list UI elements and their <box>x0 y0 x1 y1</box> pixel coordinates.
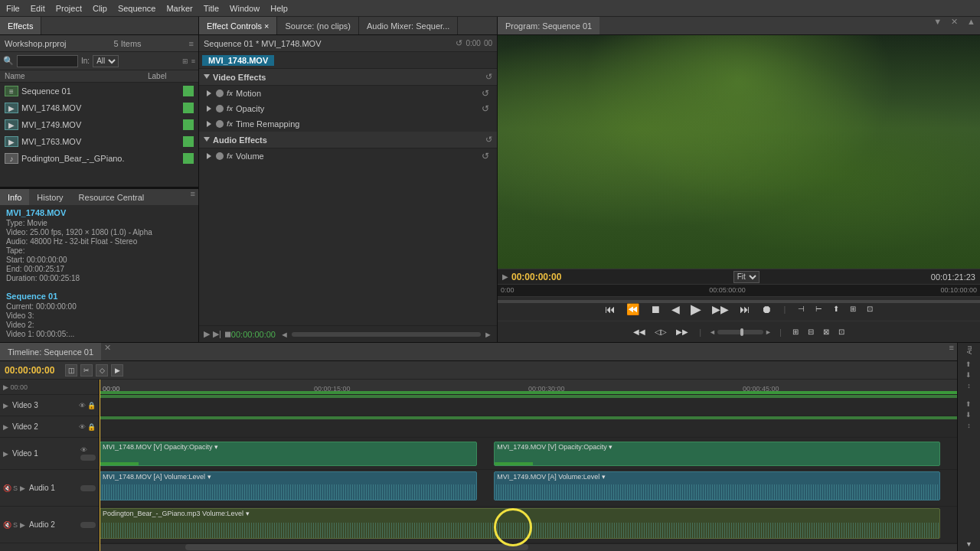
v1-clip1[interactable]: MVI_1748.MOV [V] Opacity:Opacity ▾ <box>100 442 477 466</box>
ctrl-export[interactable]: ⬆ <box>830 303 842 315</box>
volume-triangle[interactable] <box>207 153 213 159</box>
motion-reset[interactable]: ↺ <box>482 88 489 99</box>
menu-edit[interactable]: Edit <box>31 4 45 13</box>
ec-step-btn[interactable]: ▶| <box>213 329 221 339</box>
ctrl-out[interactable]: ⊢ <box>812 303 825 315</box>
ec-tab-source[interactable]: Source: (no clips) <box>277 17 359 34</box>
in-select[interactable]: All <box>93 55 119 67</box>
scrollbar-thumb[interactable] <box>185 544 528 550</box>
a1-solo[interactable]: S <box>13 484 18 492</box>
time-triangle[interactable] <box>207 121 213 127</box>
timeline-scrollbar[interactable] <box>100 543 957 551</box>
shuttle-right[interactable]: ► <box>765 328 772 336</box>
info-tab-history[interactable]: History <box>29 189 70 205</box>
info-tab-info[interactable]: Info <box>0 189 29 205</box>
menu-title[interactable]: Title <box>204 4 219 13</box>
collapse-triangle[interactable] <box>204 74 210 80</box>
ctrl2-fwd[interactable]: ▶▶ <box>673 326 691 337</box>
au-btn5[interactable]: ⬇ <box>965 411 972 419</box>
fit-select[interactable]: Fit <box>733 271 760 283</box>
menu-clip[interactable]: Clip <box>93 4 107 13</box>
a1-mute[interactable]: 🔇 <box>3 484 11 492</box>
menu-help[interactable]: Help <box>270 4 288 13</box>
ctrl2-trim[interactable]: ◁▷ <box>652 326 670 337</box>
timeline-ruler[interactable]: 00:00 00:00:15:00 00:00:30:00 00:00:45:0… <box>100 380 957 395</box>
a2-knob[interactable] <box>80 522 96 528</box>
v2-lock[interactable]: 🔒 <box>87 423 96 431</box>
a2-expand[interactable]: ▶ <box>20 521 25 529</box>
menu-marker[interactable]: Marker <box>166 4 192 13</box>
v3-eye[interactable]: 👁 <box>79 402 86 409</box>
menu-sequence[interactable]: Sequence <box>118 4 156 13</box>
program-tab[interactable]: Program: Sequence 01 <box>498 17 599 34</box>
ctrl-prev[interactable]: ◀ <box>668 302 683 317</box>
ctrl-record[interactable]: ⏺ <box>758 302 775 317</box>
ec-play-btn[interactable]: ▶ <box>204 329 210 339</box>
v2-expand[interactable]: ▶ <box>3 423 8 431</box>
ctrl-fullscreen[interactable]: ⊞ <box>847 303 859 315</box>
a1-clip1[interactable]: MVI_1748.MOV [A] Volume:Level ▾ <box>100 471 477 500</box>
tl-close[interactable]: ✕ <box>101 343 114 360</box>
progress-track[interactable] <box>498 300 980 303</box>
a1-expand[interactable]: ▶ <box>20 484 25 492</box>
volume-effect-item[interactable]: fx Volume ↺ <box>199 148 497 164</box>
au-btn1[interactable]: ⬆ <box>965 360 972 368</box>
shuttle-left[interactable]: ◄ <box>709 328 716 336</box>
a2-mute[interactable]: 🔇 <box>3 521 11 529</box>
audio-collapse-triangle[interactable] <box>204 137 210 143</box>
au-btn3[interactable]: ↕ <box>967 382 971 390</box>
reset-icon[interactable]: ↺ <box>456 38 462 48</box>
v2-eye[interactable]: 👁 <box>79 423 86 431</box>
v1-clip2[interactable]: MVI_1749.MOV [V] Opacity:Opacity ▾ <box>494 442 939 466</box>
opacity-effect-item[interactable]: fx Opacity ↺ <box>199 101 497 116</box>
menu-file[interactable]: File <box>6 4 20 13</box>
ec-tab-effects[interactable]: Effect Controls × <box>199 17 277 34</box>
au-btn2[interactable]: ⬇ <box>965 371 972 379</box>
ctrl-safe[interactable]: ⊡ <box>864 303 876 315</box>
shuttle-bar[interactable] <box>717 330 763 334</box>
v1-expand[interactable]: ▶ <box>3 450 8 458</box>
time-remapping-item[interactable]: fx Time Remapping <box>199 116 497 132</box>
list-item[interactable]: ▶ MVI_1748.MOV <box>0 99 198 116</box>
ctrl2-slip[interactable]: ⊡ <box>835 326 848 337</box>
monitor-menu[interactable]: ▼ <box>929 17 946 34</box>
menu-window[interactable]: Window <box>230 4 260 13</box>
volume-reset[interactable]: ↺ <box>482 151 489 161</box>
v3-lock[interactable]: 🔒 <box>87 402 96 409</box>
list-item[interactable]: ♪ Podington_Bear_-_GPiano. <box>0 150 198 167</box>
v3-expand[interactable]: ▶ <box>3 402 8 409</box>
search-input[interactable] <box>17 55 78 67</box>
v1-eye[interactable]: 👁 <box>80 446 96 454</box>
timeline-tab[interactable]: Timeline: Sequence 01 <box>0 343 101 360</box>
au-btn4[interactable]: ⬆ <box>965 400 972 408</box>
panel-icon-1[interactable]: ⊞ <box>182 57 188 65</box>
tl-menu[interactable]: ≡ <box>946 343 957 360</box>
ctrl-step-fwd[interactable]: ⏭ <box>737 302 753 317</box>
a1-knob[interactable] <box>80 485 96 491</box>
tl-razor[interactable]: ✂ <box>80 364 93 377</box>
ctrl2-ripple[interactable]: ⊟ <box>805 326 817 337</box>
au-down-arrow[interactable]: ▼ <box>965 540 972 548</box>
monitor-collapse[interactable]: ▲ <box>962 17 980 34</box>
monitor-close[interactable]: ✕ <box>946 17 962 34</box>
audio-effects-reset[interactable]: ↺ <box>485 135 492 145</box>
tl-play[interactable]: ▶ <box>111 364 123 377</box>
ctrl-back-frame[interactable]: ⏪ <box>623 302 642 317</box>
motion-effect-item[interactable]: fx Motion ↺ <box>199 86 497 101</box>
tl-keyframe[interactable]: ◇ <box>96 364 108 377</box>
panel-collapse[interactable]: ≡ <box>188 189 198 205</box>
a2-clip1[interactable]: Podington_Bear_-_GPiano.mp3 Volume:Level… <box>100 508 940 539</box>
ec-tab-mixer[interactable]: Audio Mixer: Sequer... <box>359 17 458 34</box>
ec-scroll-left[interactable]: ◄ <box>280 330 289 339</box>
ctrl2-snap[interactable]: ⊞ <box>789 326 802 337</box>
list-item[interactable]: ▶ MVI_1749.MOV <box>0 116 198 133</box>
a1-clip2[interactable]: MVI_1749.MOV [A] Volume:Level ▾ <box>494 471 939 500</box>
ctrl2-roll[interactable]: ⊠ <box>820 326 832 337</box>
list-item[interactable]: ▶ MVI_1763.MOV <box>0 133 198 150</box>
ec-mark-btn[interactable]: ◼ <box>224 329 231 339</box>
opacity-reset[interactable]: ↺ <box>482 103 489 114</box>
list-item[interactable]: ≡ Sequence 01 <box>0 83 198 99</box>
video-effects-reset[interactable]: ↺ <box>485 72 492 82</box>
effects-tab[interactable]: Effects <box>0 17 41 34</box>
au-btn6[interactable]: ↕ <box>967 422 971 429</box>
